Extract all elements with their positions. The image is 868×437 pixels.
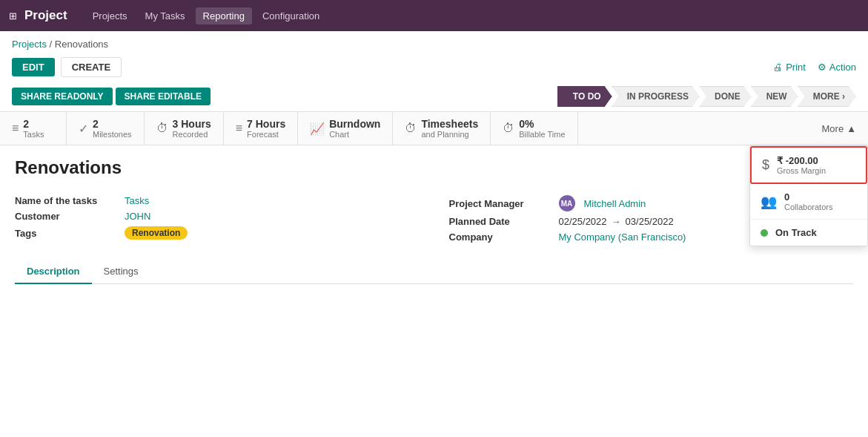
name-of-tasks-value[interactable]: Tasks <box>125 195 149 206</box>
nav-reporting[interactable]: Reporting <box>196 7 252 24</box>
stage-done[interactable]: DONE <box>699 86 752 107</box>
project-manager-label: Project Manager <box>449 198 553 209</box>
left-fields: Name of the tasks Tasks Customer JOHN Ta… <box>15 193 420 245</box>
arrow-icon: → <box>612 216 621 227</box>
timesheets-label: and Planning <box>421 130 478 139</box>
stats-bar: ≡ 2 Tasks ✓ 2 Milestones ⏱ 3 Hours Recor… <box>0 111 868 145</box>
apps-icon[interactable]: ⊞ <box>9 10 17 22</box>
action-bar: EDIT CREATE 🖨 Print ⚙ Action <box>0 53 868 82</box>
milestones-icon: ✓ <box>79 122 88 136</box>
stage-pipeline: TO DO IN PROGRESS DONE NEW MORE › <box>558 86 856 107</box>
share-readonly-button[interactable]: SHARE READONLY <box>12 88 113 105</box>
stat-hours-forecast[interactable]: ≡ 7 Hours Forecast <box>224 112 298 145</box>
stage-todo[interactable]: TO DO <box>557 86 612 107</box>
stat-milestones[interactable]: ✓ 2 Milestones <box>67 112 145 145</box>
gross-margin-value: ₹ -200.00 <box>777 155 826 166</box>
billable-time-label: Billable Time <box>519 130 565 139</box>
stage-more[interactable]: MORE › <box>798 86 856 107</box>
company-value[interactable]: My Company (San Francisco) <box>559 231 686 243</box>
stage-new[interactable]: NEW <box>751 86 798 107</box>
customer-label: Customer <box>15 211 119 222</box>
top-nav: ⊞ Project Projects My Tasks Reporting Co… <box>0 0 868 31</box>
tab-settings[interactable]: Settings <box>92 260 150 284</box>
collaborators-item[interactable]: 👥 0 Collaborators <box>750 184 867 220</box>
action-label: Action <box>829 62 856 73</box>
edit-button[interactable]: EDIT <box>12 58 55 76</box>
tags-label: Tags <box>15 228 119 239</box>
breadcrumb: Projects / Renovations <box>0 31 868 53</box>
gross-margin-label: Gross Margin <box>777 166 826 175</box>
hours-recorded-label: Recorded <box>173 130 211 139</box>
stat-billable-time[interactable]: ⏱ 0% Billable Time <box>491 112 577 145</box>
stage-bar: SHARE READONLY SHARE EDITABLE TO DO IN P… <box>0 82 868 111</box>
nav-my-tasks[interactable]: My Tasks <box>138 7 193 24</box>
timesheets-icon: ⏱ <box>405 122 417 135</box>
tab-description[interactable]: Description <box>15 260 92 284</box>
stage-in-progress[interactable]: IN PROGRESS <box>612 86 700 107</box>
planned-date-from: 02/25/2022 <box>559 216 607 227</box>
collaborators-icon: 👥 <box>761 194 777 210</box>
field-customer: Customer JOHN <box>15 208 420 224</box>
burndown-label: Chart <box>329 130 380 139</box>
print-label: Print <box>786 62 806 73</box>
more-stats-button[interactable]: More ▲ <box>810 117 869 140</box>
stat-burndown[interactable]: 📈 Burndown Chart <box>298 112 393 145</box>
more-dropdown: $ ₹ -200.00 Gross Margin 👥 0 Collaborato… <box>749 145 868 246</box>
share-editable-button[interactable]: SHARE EDITABLE <box>116 88 211 105</box>
milestones-label: Milestones <box>93 130 132 139</box>
hours-forecast-icon: ≡ <box>236 122 242 135</box>
burndown-icon: 📈 <box>310 122 325 136</box>
gear-icon: ⚙ <box>818 62 826 73</box>
collaborators-label: Collaborators <box>784 203 832 211</box>
milestones-count: 2 <box>93 118 132 130</box>
hours-forecast-count: 7 Hours <box>247 118 285 130</box>
avatar: MA <box>559 195 575 211</box>
tags-value[interactable]: Renovation <box>125 226 188 240</box>
collaborators-value: 0 <box>784 191 832 203</box>
burndown-count: Burndown <box>329 118 380 130</box>
nav-projects[interactable]: Projects <box>85 7 135 24</box>
breadcrumb-parent[interactable]: Projects <box>12 39 47 50</box>
field-name-of-tasks: Name of the tasks Tasks <box>15 193 420 208</box>
stat-tasks[interactable]: ≡ 2 Tasks <box>0 112 67 145</box>
gross-margin-item[interactable]: $ ₹ -200.00 Gross Margin <box>750 146 867 184</box>
hours-recorded-icon: ⏱ <box>156 122 168 135</box>
name-of-tasks-label: Name of the tasks <box>15 195 119 206</box>
on-track-dot-icon <box>761 229 768 237</box>
nav-links: Projects My Tasks Reporting Configuratio… <box>85 7 328 24</box>
more-arrow-icon: ▲ <box>847 123 856 134</box>
print-button[interactable]: 🖨 Print <box>773 62 806 73</box>
nav-configuration[interactable]: Configuration <box>255 7 327 24</box>
on-track-label: On Track <box>775 227 817 238</box>
customer-value[interactable]: JOHN <box>125 211 150 222</box>
project-title: Renovations <box>15 157 853 178</box>
action-button[interactable]: ⚙ Action <box>818 62 856 73</box>
tasks-label: Tasks <box>23 130 44 139</box>
stat-hours-recorded[interactable]: ⏱ 3 Hours Recorded <box>145 112 224 145</box>
stats-wrapper: ≡ 2 Tasks ✓ 2 Milestones ⏱ 3 Hours Recor… <box>0 111 868 145</box>
more-label: More <box>822 123 844 134</box>
stat-timesheets[interactable]: ⏱ Timesheets and Planning <box>393 112 491 145</box>
printer-icon: 🖨 <box>773 62 783 73</box>
hours-recorded-count: 3 Hours <box>173 118 211 130</box>
billable-time-icon: ⏱ <box>503 122 514 135</box>
breadcrumb-current: Renovations <box>55 39 108 50</box>
billable-time-count: 0% <box>519 118 565 130</box>
planned-date-label: Planned Date <box>449 216 553 227</box>
company-label: Company <box>449 231 553 243</box>
tasks-icon: ≡ <box>12 122 19 135</box>
timesheets-count: Timesheets <box>421 118 478 130</box>
main-content: Renovations Name of the tasks Tasks Cust… <box>0 145 868 296</box>
breadcrumb-separator: / <box>50 39 55 50</box>
dollar-icon: $ <box>762 157 769 173</box>
planned-date-to: 03/25/2022 <box>626 216 674 227</box>
create-button[interactable]: CREATE <box>61 57 122 77</box>
app-title: Project <box>24 8 67 23</box>
fields-grid: Name of the tasks Tasks Customer JOHN Ta… <box>15 193 853 245</box>
action-right: 🖨 Print ⚙ Action <box>773 62 856 73</box>
on-track-item[interactable]: On Track <box>750 220 867 246</box>
project-manager-value[interactable]: Mitchell Admin <box>584 198 646 209</box>
tasks-count: 2 <box>23 118 44 130</box>
tabs-bar: Description Settings <box>15 260 853 284</box>
field-tags: Tags Renovation <box>15 224 420 242</box>
